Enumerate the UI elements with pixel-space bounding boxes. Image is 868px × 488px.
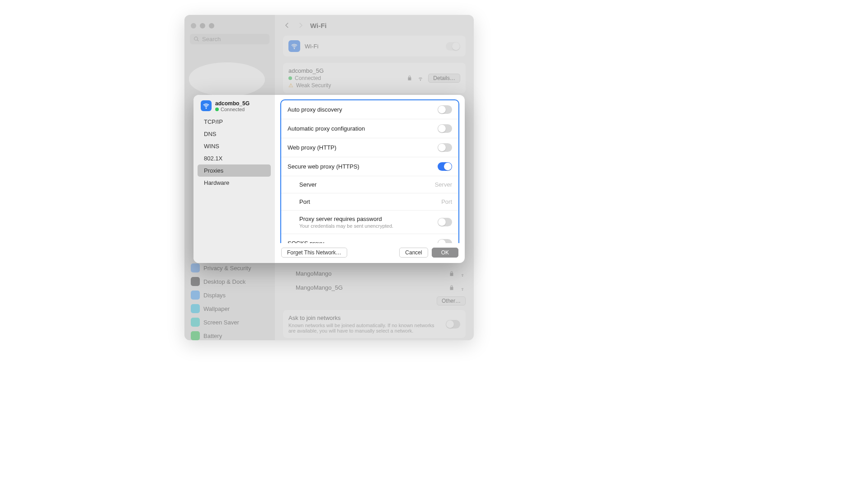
sidebar-item-desktop-dock[interactable]: Desktop & Dock	[187, 275, 272, 288]
main-header: Wi-Fi	[275, 15, 474, 36]
web-proxy-row: Web proxy (HTTP)	[281, 138, 458, 157]
status-dot-icon	[288, 76, 292, 80]
wifi-label: Wi-Fi	[305, 43, 318, 50]
page-title: Wi-Fi	[310, 22, 327, 29]
network-name: adcombo_5G	[288, 67, 331, 74]
ok-button[interactable]: OK	[432, 248, 458, 258]
proxy-settings-group: Auto proxy discovery Automatic proxy con…	[280, 99, 459, 243]
nav-back-icon[interactable]	[283, 21, 291, 29]
auto-proxy-config-row: Automatic proxy configuration	[281, 119, 458, 138]
close-window-icon[interactable]	[191, 23, 196, 28]
lock-icon	[448, 271, 455, 277]
tab-dns[interactable]: DNS	[198, 128, 271, 140]
wifi-signal-icon	[459, 285, 466, 291]
sidebar-item-wallpaper[interactable]: Wallpaper	[187, 302, 272, 315]
proxy-password-row: Proxy server requires password Your cred…	[281, 211, 458, 234]
search-placeholder: Search	[202, 36, 221, 42]
server-row: Server	[281, 176, 458, 193]
wifi-icon	[288, 40, 300, 52]
sidebar-item-displays[interactable]: Displays	[187, 288, 272, 302]
port-input[interactable]	[407, 198, 452, 205]
secure-web-proxy-row: Secure web proxy (HTTPS)	[281, 157, 458, 176]
ask-join-desc: Known networks will be joined automatica…	[288, 323, 441, 333]
ask-join-toggle[interactable]	[446, 320, 460, 328]
network-row[interactable]: MangoMango_5G	[283, 281, 466, 295]
server-input[interactable]	[407, 181, 452, 188]
sidebar-item-screen-saver[interactable]: Screen Saver	[187, 315, 272, 329]
ask-join-card: Ask to join networks Known networks will…	[283, 310, 466, 338]
tab-8021x[interactable]: 802.1X	[198, 152, 271, 164]
wifi-toggle[interactable]	[446, 42, 460, 51]
profile-avatar-mask	[189, 62, 265, 96]
sheet-sidebar: adcombo_5G Connected TCP/IP DNS WINS 802…	[193, 95, 275, 263]
search-input[interactable]: Search	[190, 34, 269, 44]
auto-proxy-discovery-toggle[interactable]	[438, 105, 452, 114]
web-proxy-toggle[interactable]	[438, 143, 452, 152]
details-button[interactable]: Details…	[428, 74, 460, 83]
socks-proxy-toggle[interactable]	[438, 239, 452, 243]
minimize-window-icon[interactable]	[200, 23, 205, 28]
sidebar-item-privacy[interactable]: Privacy & Security	[187, 261, 272, 275]
warning-icon: ⚠	[288, 82, 293, 89]
wifi-toggle-card: Wi-Fi	[283, 36, 466, 56]
auto-proxy-config-toggle[interactable]	[438, 124, 452, 133]
sidebar-item-battery[interactable]: Battery	[187, 329, 272, 340]
nav-forward-icon[interactable]	[297, 21, 305, 29]
wifi-signal-icon	[417, 75, 424, 81]
secure-web-proxy-toggle[interactable]	[438, 162, 452, 171]
status-dot-icon	[215, 108, 219, 111]
cancel-button[interactable]: Cancel	[399, 248, 428, 258]
forget-network-button[interactable]: Forget This Network…	[281, 248, 347, 258]
other-networks-button[interactable]: Other…	[437, 296, 466, 305]
network-details-sheet: adcombo_5G Connected TCP/IP DNS WINS 802…	[193, 95, 465, 263]
port-row: Port	[281, 193, 458, 211]
sheet-main: Auto proxy discovery Automatic proxy con…	[275, 95, 465, 263]
lock-icon	[406, 75, 413, 81]
lock-icon	[448, 285, 455, 291]
current-network-card: adcombo_5G Connected ⚠Weak Security Deta…	[283, 63, 466, 93]
proxy-password-toggle[interactable]	[438, 218, 452, 226]
tab-proxies[interactable]: Proxies	[198, 164, 271, 177]
ask-join-title: Ask to join networks	[288, 314, 441, 321]
socks-proxy-row: SOCKS proxy	[281, 234, 458, 243]
sheet-network-header: adcombo_5G Connected	[196, 99, 272, 116]
tab-tcpip[interactable]: TCP/IP	[198, 116, 271, 128]
tab-hardware[interactable]: Hardware	[198, 177, 271, 189]
traffic-lights	[184, 20, 275, 34]
network-row[interactable]: MangoMango	[283, 267, 466, 281]
wifi-icon	[201, 100, 212, 111]
sheet-footer: Forget This Network… Cancel OK	[275, 243, 465, 263]
auto-proxy-discovery-row: Auto proxy discovery	[281, 100, 458, 119]
sheet-network-name: adcombo_5G	[215, 100, 250, 107]
zoom-window-icon[interactable]	[209, 23, 214, 28]
wifi-signal-icon	[459, 271, 466, 277]
tab-wins[interactable]: WINS	[198, 140, 271, 152]
search-icon	[193, 36, 199, 42]
